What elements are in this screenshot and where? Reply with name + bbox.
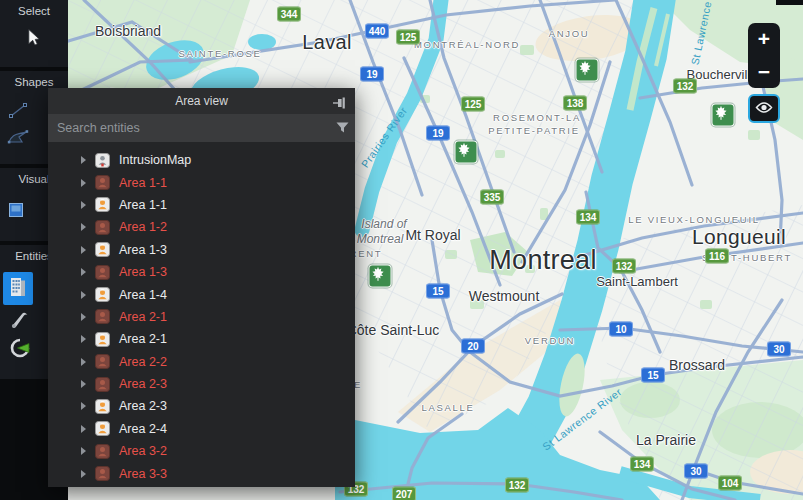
expand-arrow-icon[interactable] xyxy=(81,335,86,343)
road-shield: 20 xyxy=(461,339,485,354)
tree-item-area-1-2[interactable]: Area 1-2 xyxy=(48,216,355,238)
map-label: Boucherville xyxy=(687,67,758,82)
zoom-out-button[interactable]: − xyxy=(748,62,780,82)
road-shield: 15 xyxy=(426,284,450,299)
road-shield: 134 xyxy=(630,457,654,472)
road-shield: 19 xyxy=(360,67,384,82)
tree-item-area-3-3[interactable]: Area 3-3 xyxy=(48,462,355,484)
road-shield: 116 xyxy=(705,249,729,264)
pin-panel-button[interactable] xyxy=(332,95,347,107)
entity-icon xyxy=(95,466,110,481)
expand-arrow-icon[interactable] xyxy=(81,179,86,187)
expand-arrow-icon[interactable] xyxy=(81,425,86,433)
tree-item-area-2-3[interactable]: Area 2-3 xyxy=(48,395,355,417)
map-label: PETITE-PATRIE xyxy=(488,125,579,136)
expand-arrow-icon[interactable] xyxy=(81,313,86,321)
map-label: Côte Saint-Luc xyxy=(347,322,440,338)
map-label: Montreal xyxy=(489,245,596,276)
road-shield: 15 xyxy=(641,368,665,383)
draw-line-tool[interactable] xyxy=(7,103,28,121)
scroll-document-button[interactable] xyxy=(8,311,31,331)
tree-item-area-2-3[interactable]: Area 2-3 xyxy=(48,373,355,395)
zoom-in-button[interactable]: + xyxy=(748,29,780,49)
line-icon xyxy=(8,102,28,123)
map-label: ANJOU xyxy=(549,28,590,39)
entity-label: Area 1-1 xyxy=(119,198,167,212)
map-label: LASALLE xyxy=(421,402,474,413)
expand-arrow-icon[interactable] xyxy=(81,201,86,209)
exit-import-button[interactable] xyxy=(7,337,33,362)
expand-arrow-icon[interactable] xyxy=(81,402,86,410)
entity-icon xyxy=(95,444,110,459)
tree-item-area-1-3[interactable]: Area 1-3 xyxy=(48,261,355,283)
map-label: La Prairie xyxy=(636,432,696,448)
expand-arrow-icon[interactable] xyxy=(81,380,86,388)
visual-style-tool[interactable] xyxy=(8,204,23,219)
entity-icon xyxy=(95,309,110,324)
entity-icon xyxy=(95,242,110,257)
map-label: Mt Royal xyxy=(405,227,460,243)
application-window: BoisbriandSAINTE-ROSELavalMONTRÉAL-NORDA… xyxy=(0,0,803,500)
road-shield: 138 xyxy=(563,96,587,111)
funnel-icon xyxy=(336,122,349,134)
map-label: ROSEMONT-LA xyxy=(493,112,581,123)
zoom-control-panel: + − xyxy=(748,23,780,88)
expand-arrow-icon[interactable] xyxy=(81,223,86,231)
entity-label: Area 2-3 xyxy=(119,399,167,413)
map-label: LE VIEUX-LONGUEUIL xyxy=(628,214,759,225)
expand-arrow-icon[interactable] xyxy=(81,291,86,299)
tree-item-area-1-4[interactable]: Area 1-4 xyxy=(48,283,355,305)
eye-icon xyxy=(755,100,773,118)
entity-label: Area 3-2 xyxy=(119,444,167,458)
map-label: Island of xyxy=(361,217,406,231)
area-view-panel: Area view IntrusionMapArea 1-1Area 1-1Ar… xyxy=(48,88,355,487)
expand-arrow-icon[interactable] xyxy=(81,358,86,366)
entity-icon xyxy=(95,399,110,414)
road-shield: 125 xyxy=(396,30,420,45)
entity-label: Area 1-2 xyxy=(119,220,167,234)
tree-item-area-2-4[interactable]: Area 2-4 xyxy=(48,418,355,440)
expand-arrow-icon[interactable] xyxy=(81,470,86,478)
expand-arrow-icon[interactable] xyxy=(81,156,86,164)
draw-polygon-tool[interactable] xyxy=(6,130,29,147)
road-shield: 134 xyxy=(576,210,600,225)
entity-label: Area 2-1 xyxy=(119,332,167,346)
map-label: Montreal xyxy=(357,232,404,246)
pin-icon xyxy=(332,97,347,109)
tree-item-area-2-1[interactable]: Area 2-1 xyxy=(48,328,355,350)
search-input[interactable] xyxy=(48,121,329,135)
expand-arrow-icon[interactable] xyxy=(81,447,86,455)
entity-label: Area 1-3 xyxy=(119,265,167,279)
road-shield: 104 xyxy=(718,476,742,491)
entity-icon xyxy=(95,153,110,168)
visibility-toggle-button[interactable] xyxy=(748,94,780,123)
tree-item-intrusionmap[interactable]: IntrusionMap xyxy=(48,149,355,171)
cursor-icon xyxy=(26,28,41,52)
map-label: SAINTE-ROSE xyxy=(178,48,261,59)
sidebar-section-select: Select xyxy=(0,0,68,67)
expand-arrow-icon[interactable] xyxy=(81,268,86,276)
entity-label: Area 1-3 xyxy=(119,243,167,257)
tree-item-area-3-2[interactable]: Area 3-2 xyxy=(48,440,355,462)
map-label: Brossard xyxy=(669,357,725,373)
road-shield: 132 xyxy=(505,478,529,493)
expand-arrow-icon[interactable] xyxy=(81,246,86,254)
entity-icon xyxy=(95,287,110,302)
panel-header[interactable]: Area view xyxy=(48,88,355,114)
tree-item-area-1-1[interactable]: Area 1-1 xyxy=(48,194,355,216)
tree-item-area-1-1[interactable]: Area 1-1 xyxy=(48,171,355,193)
filter-button[interactable] xyxy=(329,114,355,142)
select-cursor-tool[interactable] xyxy=(23,28,43,52)
map-label: Westmount xyxy=(469,288,540,304)
entity-label: Area 2-3 xyxy=(119,377,167,391)
entity-layers-button-active[interactable] xyxy=(3,272,33,305)
entity-icon xyxy=(95,332,110,347)
road-shield: 30 xyxy=(684,464,708,479)
section-label-select: Select xyxy=(0,0,68,17)
tree-item-area-1-3[interactable]: Area 1-3 xyxy=(48,239,355,261)
map-label: VERDUN xyxy=(525,335,575,346)
tree-item-area-2-1[interactable]: Area 2-1 xyxy=(48,306,355,328)
map-label: MONTRÉAL-NORD xyxy=(414,39,520,50)
tree-item-area-2-2[interactable]: Area 2-2 xyxy=(48,351,355,373)
entity-label: Area 1-1 xyxy=(119,176,167,190)
